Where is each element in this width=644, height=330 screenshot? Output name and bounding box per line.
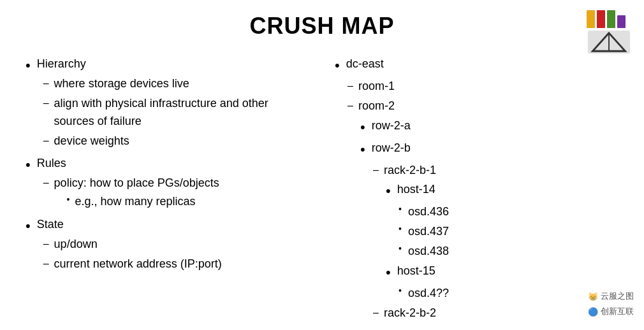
list-item: – device weights <box>43 132 309 150</box>
watermark-text-2: 创新互联 <box>601 306 634 317</box>
bullet-state: • <box>26 215 31 236</box>
row-item: • row-2-b <box>360 139 411 160</box>
dash-icon: – <box>348 97 353 114</box>
list-item-hierarchy: • Hierarchy – where storage devices live… <box>26 55 309 152</box>
list-item: – where storage devices live <box>43 75 309 93</box>
list-item: – current network address (IP:port) <box>43 255 309 273</box>
rules-subsub-label: e.g., how many replicas <box>75 192 196 211</box>
dash-icon: – <box>43 235 49 252</box>
rules-sub-content: policy: how to place PGs/objects • e.g.,… <box>54 174 219 212</box>
bullet-main-icon: • <box>386 262 391 283</box>
dash-icon: – <box>43 75 49 92</box>
list-item-rules: • Rules – policy: how to place PGs/objec… <box>26 154 309 213</box>
tree-label: rack-2-b-2 <box>384 304 436 322</box>
tree-item-host14: • host-14 <box>335 180 618 201</box>
watermark-icon-2: 🔵 <box>588 307 598 317</box>
sub-label-0: where storage devices live <box>54 75 189 93</box>
row-item: – room-2 <box>348 97 395 115</box>
tree-label: room-2 <box>358 97 395 115</box>
dash-icon: – <box>43 132 49 149</box>
rules-content: Rules – policy: how to place PGs/objects… <box>37 154 309 213</box>
tree-label: room-1 <box>358 77 395 96</box>
bullet-main-icon: • <box>399 284 402 298</box>
tree-label: osd.4?? <box>408 284 449 303</box>
rules-sub-label: policy: how to place PGs/objects <box>54 176 219 189</box>
list-item: – up/down <box>43 235 309 254</box>
tree-item-rack2b2: – rack-2-b-2 <box>335 304 618 322</box>
state-content: State – up/down – current network addres… <box>37 215 309 274</box>
tree-item-dc-east: • dc-east <box>335 55 618 76</box>
logo <box>587 9 631 54</box>
tree-item-rack2b1: – rack-2-b-1 <box>335 161 618 180</box>
tree-item-osd4xx: • osd.4?? <box>335 284 618 303</box>
row-item: • host-15 <box>386 262 435 283</box>
page-title: CRUSH MAP <box>26 13 618 39</box>
dash-icon: – <box>348 77 353 94</box>
tree-label: row-2-a <box>372 117 411 135</box>
list-item: – policy: how to place PGs/objects • e.g… <box>43 174 309 212</box>
logo-triangle-svg <box>587 31 631 54</box>
dash-icon: – <box>373 161 379 178</box>
dash-icon: – <box>373 304 379 321</box>
bar-4 <box>617 15 626 28</box>
tree-label: rack-2-b-1 <box>384 161 436 180</box>
bullet-main-icon: • <box>360 139 365 160</box>
row-item: • dc-east <box>335 55 384 76</box>
content-area: • Hierarchy – where storage devices live… <box>26 55 618 323</box>
bullet-main-icon: • <box>399 222 402 236</box>
row-item: • osd.436 <box>399 203 449 221</box>
tree-item-osd436: • osd.436 <box>335 203 618 221</box>
rules-sub-list: – policy: how to place PGs/objects • e.g… <box>37 174 309 212</box>
tree-item-row2a: • row-2-a <box>335 117 618 138</box>
row-item: • row-2-a <box>360 117 411 138</box>
tree-item-osd438: • osd.438 <box>335 242 618 261</box>
tree-label: row-2-b <box>372 139 411 157</box>
sub-label-1: align with physical infrastructure and o… <box>54 94 309 131</box>
tree-label: host-15 <box>397 262 435 280</box>
row-item: • osd.438 <box>399 242 449 261</box>
dash-icon: – <box>43 94 49 111</box>
hierarchy-tree: • dc-east – room-1 – room-2 <box>335 55 618 322</box>
list-item: – align with physical infrastructure and… <box>43 94 309 131</box>
tree-label: host-14 <box>397 180 435 199</box>
small-bullet-icon: • <box>67 192 70 208</box>
tree-label: dc-east <box>346 55 384 73</box>
main-list: • Hierarchy – where storage devices live… <box>26 55 309 275</box>
bar-2 <box>597 10 605 28</box>
row-item: • osd.437 <box>399 222 449 241</box>
hierarchy-sub-list: – where storage devices live – align wit… <box>37 75 309 150</box>
row-item: – rack-2-b-1 <box>373 161 436 180</box>
tree-item-host15: • host-15 <box>335 262 618 283</box>
right-column: • dc-east – room-1 – room-2 <box>335 55 618 323</box>
bar-3 <box>607 10 615 28</box>
watermark-icon-1: 😸 <box>588 292 598 301</box>
bar-1 <box>587 10 595 28</box>
list-item: • e.g., how many replicas <box>67 192 219 211</box>
tree-label: osd.438 <box>408 242 449 261</box>
hierarchy-label: Hierarchy <box>37 57 86 70</box>
bullet-hierarchy: • <box>26 55 31 76</box>
dash-icon: – <box>43 174 49 191</box>
logo-bars <box>587 9 631 28</box>
bullet-main-icon: • <box>360 117 365 138</box>
sub-label-2: device weights <box>54 132 129 150</box>
tree-item-osd437: • osd.437 <box>335 222 618 241</box>
row-item: • osd.4?? <box>399 284 449 303</box>
tree-label: osd.437 <box>408 222 449 241</box>
row-item: – room-1 <box>348 77 395 96</box>
bullet-main-icon: • <box>335 55 340 76</box>
watermark-2: 🔵 创新互联 <box>584 305 638 319</box>
bullet-main-icon: • <box>399 242 402 255</box>
bullet-main-icon: • <box>386 180 391 201</box>
state-sub-1: current network address (IP:port) <box>54 255 222 273</box>
row-item: – rack-2-b-2 <box>373 304 436 322</box>
watermark-1: 😸 云服之图 <box>584 289 638 303</box>
watermark-text-1: 云服之图 <box>601 291 634 302</box>
rules-sub-sub-list: • e.g., how many replicas <box>54 192 219 211</box>
row-item: • host-14 <box>386 180 435 201</box>
state-sub-list: – up/down – current network address (IP:… <box>37 235 309 273</box>
hierarchy-content: Hierarchy – where storage devices live –… <box>37 55 309 152</box>
bullet-rules: • <box>26 154 31 175</box>
dash-icon: – <box>43 255 49 272</box>
tree-item-row2b: • row-2-b <box>335 139 618 160</box>
